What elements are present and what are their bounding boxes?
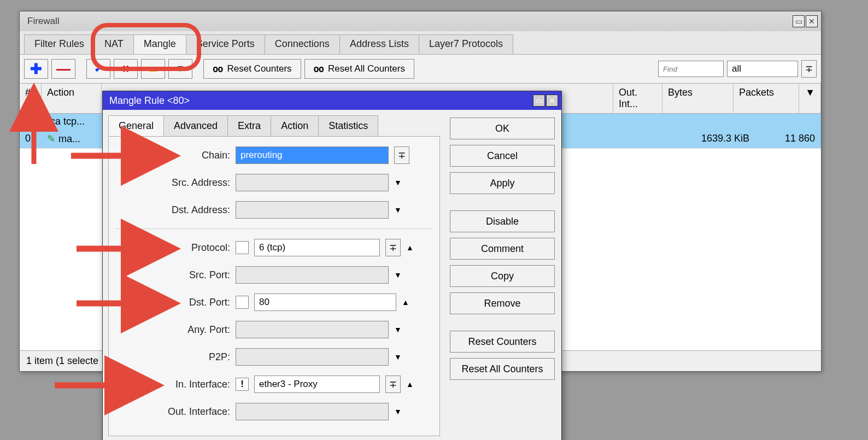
p2p-label: P2P:	[115, 351, 230, 363]
counter-icon: oo	[314, 63, 324, 74]
dlg-tab-statistics[interactable]: Statistics	[318, 115, 378, 136]
collapse-icon[interactable]: ▲	[402, 298, 409, 307]
col-packets[interactable]: Packets	[734, 84, 799, 113]
dlg-tab-action[interactable]: Action	[271, 115, 319, 136]
reset-counters-button[interactable]: oo Reset Counters	[203, 59, 301, 79]
expand-icon[interactable]: ▼	[394, 206, 402, 214]
any-port-input[interactable]	[236, 321, 389, 338]
apply-button[interactable]: Apply	[450, 172, 555, 194]
note-icon: ▭	[149, 63, 157, 75]
tab-filter-rules[interactable]: Filter Rules	[24, 34, 95, 54]
cell-out	[635, 130, 684, 148]
in-interface-dropdown-icon[interactable]: ∓	[385, 376, 401, 393]
any-port-label: Any. Port:	[115, 324, 230, 336]
dialog-form: Chain: ∓ Src. Address: ▼ Dst. Address: ▼	[108, 136, 440, 436]
ok-button[interactable]: OK	[450, 118, 555, 139]
plus-icon: ✚	[30, 61, 42, 78]
src-port-label: Src. Port:	[115, 269, 230, 281]
cell-action: ✎ ma...	[42, 130, 102, 148]
filter-dropdown[interactable]: all	[727, 61, 798, 77]
collapse-icon[interactable]: ▲	[406, 243, 414, 252]
enable-button[interactable]: ✔	[86, 59, 110, 79]
col-bytes[interactable]: Bytes	[662, 84, 734, 113]
tab-mangle[interactable]: Mangle	[133, 34, 186, 54]
protocol-dropdown-icon[interactable]: ∓	[385, 239, 401, 256]
cell-bytes: 1639.3 KiB	[684, 130, 755, 148]
dlg-tab-extra[interactable]: Extra	[227, 115, 271, 136]
counter-icon: oo	[213, 63, 222, 74]
filter-dd-chevron-icon[interactable]: ∓	[801, 60, 817, 78]
cell-num: 0	[20, 130, 42, 148]
expand-icon[interactable]: ▼	[394, 178, 402, 187]
p2p-input[interactable]	[236, 348, 389, 366]
dlg-tab-general[interactable]: General	[108, 115, 164, 136]
reset-all-counters-button[interactable]: oo Reset All Counters	[304, 59, 414, 79]
check-icon: ✔	[95, 63, 102, 75]
in-interface-label: In. Interface:	[115, 379, 230, 390]
dialog-title: Mangle Rule <80>	[109, 95, 190, 107]
tab-nat[interactable]: NAT	[94, 34, 134, 54]
dlg-tab-advanced[interactable]: Advanced	[163, 115, 228, 136]
cell-packets: 11 860	[755, 130, 821, 148]
expand-icon[interactable]: ▼	[394, 407, 402, 416]
dialog-close-icon[interactable]: ✕	[546, 95, 558, 107]
funnel-icon: ▼	[176, 63, 185, 74]
remove-button[interactable]: —	[51, 59, 75, 79]
in-interface-neg-checkbox[interactable]: !	[236, 378, 249, 391]
reset-counters-button[interactable]: Reset Counters	[450, 331, 555, 353]
remove-button[interactable]: Remove	[450, 292, 555, 314]
protocol-input[interactable]	[254, 239, 380, 256]
dialog-buttons: OK Cancel Apply Disable Comment Copy Rem…	[450, 110, 561, 440]
dialog-tabs: General Advanced Extra Action Statistics	[108, 115, 440, 136]
expand-icon[interactable]: ▼	[394, 353, 402, 361]
expand-icon[interactable]: ▼	[394, 325, 402, 334]
collapse-icon[interactable]: ▲	[406, 380, 414, 389]
close-icon[interactable]: ✕	[806, 15, 818, 27]
col-action[interactable]: Action	[42, 84, 102, 113]
find-input[interactable]	[658, 61, 724, 77]
col-num[interactable]: #	[20, 84, 42, 113]
toolbar: ✚ — ✔ ✖ ▭ ▼ oo Reset Counters oo Reset A…	[20, 54, 821, 83]
tab-layer7[interactable]: Layer7 Protocols	[419, 34, 513, 54]
minus-icon: —	[56, 61, 71, 78]
mangle-rule-dialog: Mangle Rule <80> ▭ ✕ General Advanced Ex…	[102, 91, 562, 440]
tab-bar: Filter Rules NAT Mangle Service Ports Co…	[20, 31, 821, 54]
cross-icon: ✖	[122, 63, 130, 75]
col-out-interface[interactable]: Out. Int...	[613, 84, 662, 113]
filter-button[interactable]: ▼	[168, 59, 192, 79]
tab-service-ports[interactable]: Service Ports	[186, 34, 265, 54]
src-port-input[interactable]	[236, 266, 389, 284]
dst-port-neg-checkbox[interactable]	[236, 296, 249, 309]
window-title: Firewall	[27, 16, 60, 27]
dst-port-input[interactable]	[254, 294, 396, 311]
chain-dropdown-icon[interactable]: ∓	[394, 146, 409, 164]
tab-address-lists[interactable]: Address Lists	[339, 34, 419, 54]
comment-button[interactable]: ▭	[141, 59, 165, 79]
src-address-input[interactable]	[236, 174, 389, 191]
add-button[interactable]: ✚	[24, 59, 48, 79]
reset-all-counters-button[interactable]: Reset All Counters	[450, 358, 555, 380]
comment-button[interactable]: Comment	[450, 238, 555, 260]
dialog-minimize-icon[interactable]: ▭	[533, 95, 545, 107]
expand-icon[interactable]: ▼	[394, 271, 402, 279]
out-interface-label: Out. Interface:	[115, 406, 230, 418]
protocol-label: Protocol:	[115, 242, 230, 254]
in-interface-input[interactable]	[254, 376, 380, 393]
col-menu-icon[interactable]: ▼	[799, 84, 821, 113]
chain-input[interactable]	[236, 146, 389, 164]
disable-button[interactable]: Disable	[450, 210, 555, 232]
dialog-titlebar: Mangle Rule <80> ▭ ✕	[103, 91, 561, 110]
out-interface-input[interactable]	[236, 403, 389, 420]
dst-address-input[interactable]	[236, 201, 389, 219]
chain-label: Chain:	[115, 150, 230, 161]
dst-address-label: Dst. Address:	[115, 204, 230, 216]
copy-button[interactable]: Copy	[450, 265, 555, 287]
tab-connections[interactable]: Connections	[265, 34, 340, 54]
protocol-neg-checkbox[interactable]	[236, 241, 249, 254]
src-address-label: Src. Address:	[115, 177, 230, 189]
titlebar: Firewall ▭ ✕	[20, 11, 821, 31]
cancel-button[interactable]: Cancel	[450, 145, 555, 167]
dst-port-label: Dst. Port:	[115, 297, 230, 308]
minimize-icon[interactable]: ▭	[793, 15, 805, 27]
disable-button[interactable]: ✖	[114, 59, 138, 79]
